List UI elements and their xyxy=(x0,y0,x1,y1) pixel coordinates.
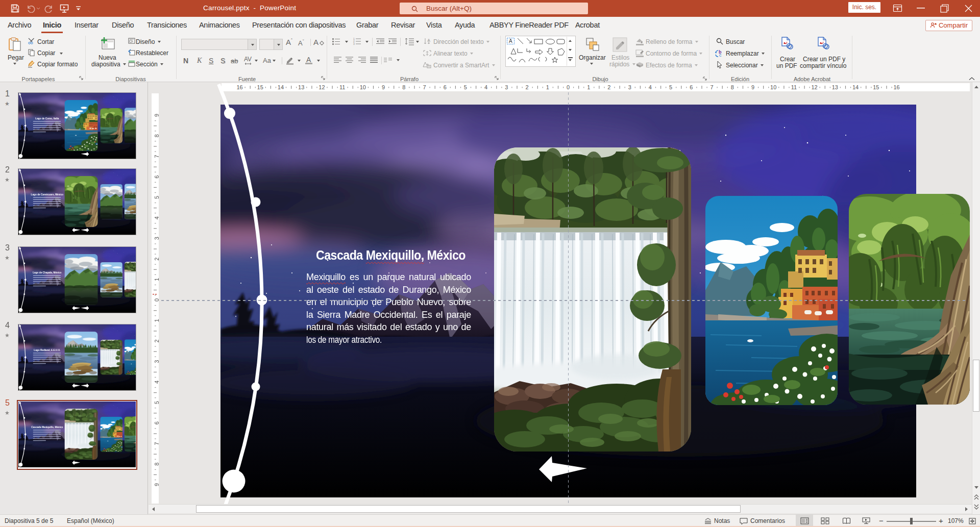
svg-text:7: 7 xyxy=(710,84,713,90)
svg-text:8: 8 xyxy=(154,463,159,466)
svg-text:6: 6 xyxy=(690,84,693,90)
svg-text:5: 5 xyxy=(464,84,467,90)
svg-text:8: 8 xyxy=(402,84,405,90)
svg-text:2: 2 xyxy=(154,258,159,261)
svg-text:7: 7 xyxy=(154,442,159,445)
svg-text:12: 12 xyxy=(811,84,817,90)
svg-text:5: 5 xyxy=(669,84,672,90)
svg-text:6: 6 xyxy=(154,421,159,424)
svg-text:Lago Redland, E.E.U.U.: Lago Redland, E.E.U.U. xyxy=(34,349,60,352)
svg-text:9: 9 xyxy=(382,84,385,90)
svg-text:4: 4 xyxy=(154,216,159,219)
svg-text:Cascada Mexiquillo, México: Cascada Mexiquillo, México xyxy=(31,426,63,429)
svg-text:2: 2 xyxy=(154,339,159,342)
svg-text:8: 8 xyxy=(731,84,734,90)
svg-text:15: 15 xyxy=(873,84,879,90)
svg-text:9: 9 xyxy=(154,114,159,117)
svg-text:2: 2 xyxy=(526,84,529,90)
svg-text:6: 6 xyxy=(444,84,447,90)
svg-text:0: 0 xyxy=(154,298,159,302)
svg-text:16: 16 xyxy=(893,84,899,90)
svg-text:11: 11 xyxy=(339,84,345,90)
svg-text:c: c xyxy=(719,53,722,57)
svg-text:6: 6 xyxy=(154,175,159,179)
svg-text:3: 3 xyxy=(505,84,508,90)
svg-text:3: 3 xyxy=(154,360,159,363)
svg-text:12: 12 xyxy=(318,84,325,90)
svg-text:11: 11 xyxy=(791,84,797,90)
svg-text:Lago de Chapala, México: Lago de Chapala, México xyxy=(33,271,61,274)
svg-text:2: 2 xyxy=(607,84,610,90)
svg-text:13: 13 xyxy=(298,84,304,90)
svg-text:3: 3 xyxy=(353,42,355,45)
svg-text:9: 9 xyxy=(751,84,754,90)
svg-text:13: 13 xyxy=(832,84,838,90)
svg-text:10: 10 xyxy=(360,84,366,90)
svg-text:4: 4 xyxy=(484,84,487,90)
svg-text:1: 1 xyxy=(587,84,590,90)
svg-text:7: 7 xyxy=(423,84,426,90)
svg-text:7: 7 xyxy=(154,155,159,158)
svg-text:10: 10 xyxy=(770,84,776,90)
svg-text:14: 14 xyxy=(852,84,859,90)
svg-text:3: 3 xyxy=(154,237,159,240)
svg-text:4: 4 xyxy=(649,84,652,90)
svg-text:9: 9 xyxy=(154,483,159,486)
svg-text:0: 0 xyxy=(567,84,570,90)
svg-text:A: A xyxy=(509,38,512,44)
svg-text:Lago de Camécuaro, México: Lago de Camécuaro, México xyxy=(31,193,64,196)
svg-text:5: 5 xyxy=(154,196,159,199)
svg-text:3: 3 xyxy=(628,84,631,90)
svg-text:4: 4 xyxy=(154,381,159,384)
svg-text:14: 14 xyxy=(278,84,284,90)
svg-text:A: A xyxy=(427,38,430,43)
svg-text:8: 8 xyxy=(154,134,159,137)
svg-text:1: 1 xyxy=(154,278,159,281)
svg-text:5: 5 xyxy=(154,401,159,404)
svg-text:Lago de Como, Italia: Lago de Como, Italia xyxy=(35,117,59,120)
svg-text:1: 1 xyxy=(154,319,159,322)
svg-text:1: 1 xyxy=(546,84,549,90)
